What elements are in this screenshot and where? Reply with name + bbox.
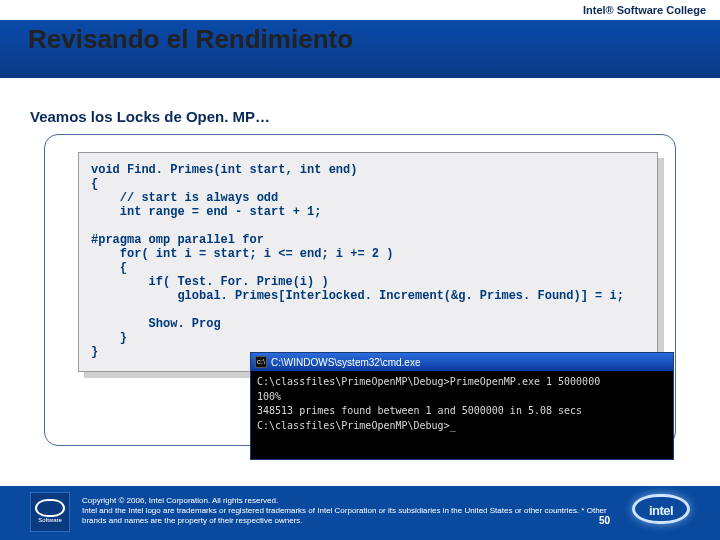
- cmd-title-text: C:\WINDOWS\system32\cmd.exe: [271, 357, 420, 368]
- footer-legal: Copyright © 2006, Intel Corporation. All…: [82, 496, 610, 526]
- intel-software-badge: Software: [30, 492, 70, 532]
- code-block: void Find. Primes(int start, int end) { …: [78, 152, 658, 372]
- intel-logo: intel: [632, 494, 696, 530]
- cmd-line: C:\classfiles\PrimeOpenMP\Debug>_: [257, 419, 667, 434]
- cmd-body: C:\classfiles\PrimeOpenMP\Debug>PrimeOpe…: [251, 371, 673, 437]
- trademark-line: Intel and the Intel logo are trademarks …: [82, 506, 610, 526]
- cmd-icon: c:\: [255, 356, 267, 368]
- section-subhead: Veamos los Locks de Open. MP…: [30, 108, 270, 125]
- top-header: Intel® Software College: [0, 0, 720, 20]
- cmd-line: 100%: [257, 390, 667, 405]
- intel-oval-icon: [35, 499, 65, 517]
- slide-title: Revisando el Rendimiento: [28, 24, 353, 55]
- slide-number: 50: [599, 515, 610, 526]
- software-label: Software: [31, 517, 69, 523]
- college-label: Intel® Software College: [583, 4, 706, 16]
- cmd-titlebar: c:\ C:\WINDOWS\system32\cmd.exe: [251, 353, 673, 371]
- footer: Software Copyright © 2006, Intel Corpora…: [0, 486, 720, 540]
- cmd-window: c:\ C:\WINDOWS\system32\cmd.exe C:\class…: [250, 352, 674, 460]
- intel-oval-icon: intel: [632, 494, 690, 524]
- cmd-line: 348513 primes found between 1 and 500000…: [257, 404, 667, 419]
- intel-brand-text: intel: [635, 503, 687, 518]
- copyright-line: Copyright © 2006, Intel Corporation. All…: [82, 496, 610, 506]
- cmd-line: C:\classfiles\PrimeOpenMP\Debug>PrimeOpe…: [257, 375, 667, 390]
